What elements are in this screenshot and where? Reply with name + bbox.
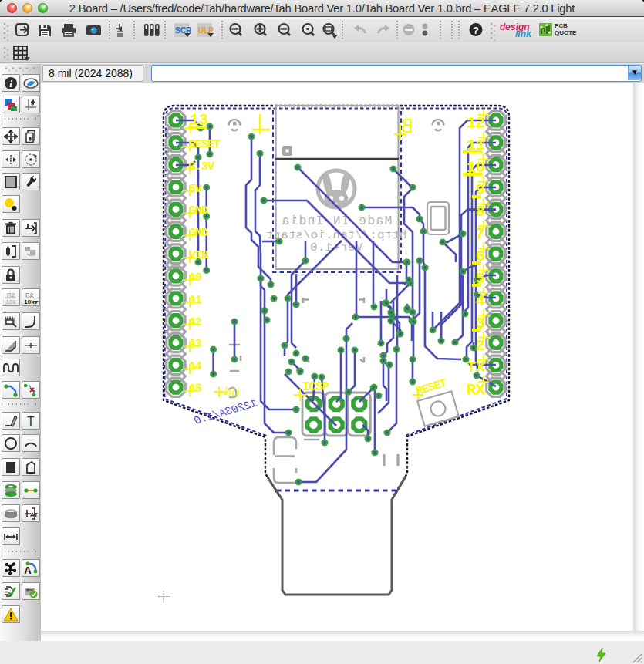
svg-text:10k: 10k — [24, 298, 35, 305]
svg-text:?: ? — [473, 25, 479, 36]
svg-text:Made IN India: Made IN India — [281, 214, 392, 228]
svg-text:A0: A0 — [189, 271, 202, 285]
svg-text:RX: RX — [467, 381, 486, 399]
svg-text:GND: GND — [189, 227, 208, 240]
svg-text:ICSP: ICSP — [302, 380, 329, 394]
svg-text:i: i — [9, 78, 12, 89]
svg-text:QUOTE: QUOTE — [555, 29, 577, 36]
svg-text:PCB: PCB — [555, 22, 568, 29]
svg-text:link: link — [515, 29, 532, 39]
svg-text:10k: 10k — [6, 298, 17, 305]
svg-text:VIN: VIN — [189, 249, 208, 262]
svg-text:R2: R2 — [7, 291, 15, 298]
svg-text:A5: A5 — [189, 383, 202, 396]
svg-text:3.3V: 3.3V — [189, 160, 214, 174]
svg-text:RESET: RESET — [189, 138, 221, 151]
svg-text:A1: A1 — [189, 294, 202, 307]
svg-text:AT: AT — [30, 511, 38, 518]
svg-text:R2: R2 — [25, 291, 34, 298]
svg-text:12: 12 — [467, 114, 485, 132]
svg-text:13: 13 — [190, 111, 208, 129]
svg-text:A4: A4 — [189, 360, 202, 373]
svg-text:TX: TX — [467, 359, 486, 376]
svg-text:A3: A3 — [189, 338, 202, 351]
svg-text:T: T — [27, 415, 35, 427]
svg-text:5V: 5V — [189, 183, 202, 196]
svg-text:GND: GND — [189, 204, 208, 217]
svg-text:B: B — [401, 116, 413, 139]
svg-text:A: A — [24, 565, 32, 575]
svg-text:A2: A2 — [189, 316, 202, 329]
